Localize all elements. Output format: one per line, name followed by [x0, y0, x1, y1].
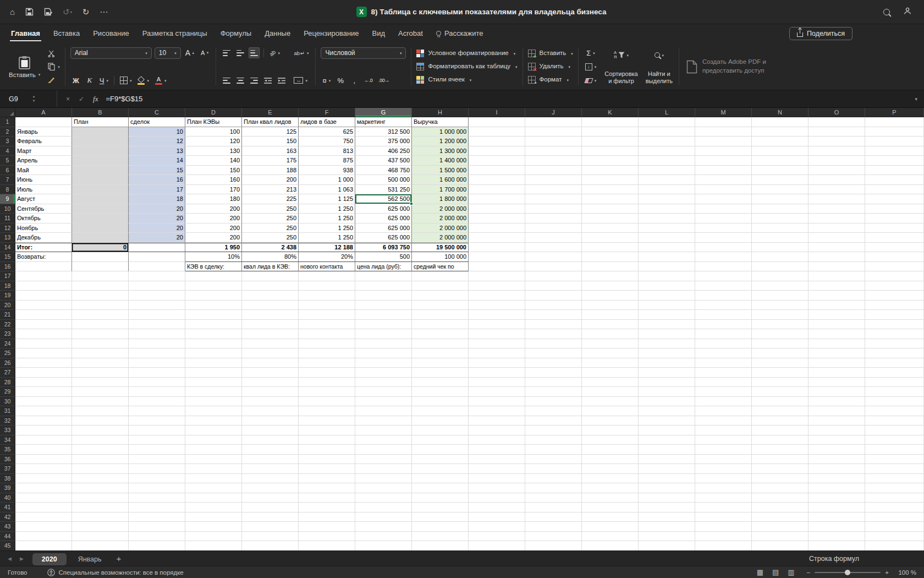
cell-J5[interactable] — [525, 156, 582, 166]
row-header-3[interactable]: 3 — [0, 137, 15, 146]
cell-J9[interactable] — [525, 194, 582, 204]
cell-K39[interactable] — [582, 483, 639, 493]
cell-A6[interactable]: Май — [15, 166, 72, 176]
cell-C31[interactable] — [129, 406, 185, 416]
cell-M9[interactable] — [695, 194, 752, 204]
cell-J29[interactable] — [525, 387, 582, 397]
cell-N33[interactable] — [752, 426, 809, 435]
cell-A38[interactable] — [15, 474, 72, 484]
cell-G21[interactable] — [355, 310, 412, 320]
cell-P26[interactable] — [865, 358, 924, 368]
cell-D2[interactable]: 100 — [185, 127, 242, 137]
zoom-slider-thumb[interactable] — [845, 570, 850, 575]
cell-H33[interactable] — [412, 426, 469, 435]
cell-H27[interactable] — [412, 368, 469, 378]
cell-L43[interactable] — [639, 522, 695, 532]
row-header-38[interactable]: 38 — [0, 474, 15, 484]
cell-G41[interactable] — [355, 503, 412, 512]
cell-G32[interactable] — [355, 416, 412, 426]
add-sheet-button[interactable]: + — [117, 554, 122, 563]
cell-B19[interactable] — [72, 291, 129, 301]
cell-E18[interactable] — [242, 281, 299, 291]
cell-D11[interactable]: 200 — [185, 214, 242, 223]
cell-C16[interactable] — [129, 262, 185, 272]
cell-P21[interactable] — [865, 310, 924, 320]
column-header-C[interactable]: C — [129, 108, 185, 117]
cell-H7[interactable]: 1 600 000 — [412, 175, 469, 185]
cell-E1[interactable]: План квал лидов — [242, 117, 299, 127]
cell-I30[interactable] — [469, 397, 525, 407]
cell-B34[interactable] — [72, 435, 129, 445]
cell-O12[interactable] — [809, 223, 865, 233]
cell-F43[interactable] — [299, 522, 355, 532]
cell-G7[interactable]: 500 000 — [355, 175, 412, 185]
cell-D30[interactable] — [185, 397, 242, 407]
cell-N13[interactable] — [752, 233, 809, 243]
cell-E17[interactable] — [242, 271, 299, 281]
cell-B35[interactable] — [72, 445, 129, 455]
cell-D4[interactable]: 130 — [185, 146, 242, 156]
cell-O15[interactable] — [809, 252, 865, 262]
cell-A11[interactable]: Октябрь — [15, 214, 72, 223]
cell-K41[interactable] — [582, 503, 639, 512]
cell-G3[interactable]: 375 000 — [355, 137, 412, 146]
cell-D19[interactable] — [185, 291, 242, 301]
cell-P45[interactable] — [865, 541, 924, 550]
cell-L7[interactable] — [639, 175, 695, 185]
row-header-6[interactable]: 6 — [0, 166, 15, 176]
cell-L11[interactable] — [639, 214, 695, 223]
cell-O13[interactable] — [809, 233, 865, 243]
cell-O20[interactable] — [809, 301, 865, 310]
cell-K6[interactable] — [582, 166, 639, 176]
cell-N22[interactable] — [752, 320, 809, 330]
cell-I40[interactable] — [469, 493, 525, 503]
cell-E42[interactable] — [242, 512, 299, 522]
row-header-23[interactable]: 23 — [0, 329, 15, 339]
cell-C27[interactable] — [129, 368, 185, 378]
save-as-icon[interactable] — [44, 8, 52, 16]
cell-A30[interactable] — [15, 397, 72, 407]
column-header-G[interactable]: G — [355, 108, 412, 117]
cell-K35[interactable] — [582, 445, 639, 455]
cell-C28[interactable] — [129, 378, 185, 388]
cell-O2[interactable] — [809, 127, 865, 137]
cell-M36[interactable] — [695, 455, 752, 465]
cell-M13[interactable] — [695, 233, 752, 243]
cell-E39[interactable] — [242, 483, 299, 493]
cell-K2[interactable] — [582, 127, 639, 137]
cell-B26[interactable] — [72, 358, 129, 368]
more-commands-button[interactable]: ⋯ — [100, 8, 108, 16]
cell-B36[interactable] — [72, 455, 129, 465]
find-select-button[interactable]: ▾ Найти ивыделить — [645, 47, 674, 86]
cell-E33[interactable] — [242, 426, 299, 435]
cell-C33[interactable] — [129, 426, 185, 435]
cell-N27[interactable] — [752, 368, 809, 378]
row-header-20[interactable]: 20 — [0, 301, 15, 310]
cell-C36[interactable] — [129, 455, 185, 465]
cell-K19[interactable] — [582, 291, 639, 301]
cell-N1[interactable] — [752, 117, 809, 127]
cell-O6[interactable] — [809, 166, 865, 176]
comma-style-button[interactable]: , — [349, 75, 360, 86]
cell-B12[interactable] — [72, 223, 129, 233]
cell-H2[interactable]: 1 000 000 — [412, 127, 469, 137]
cell-L1[interactable] — [639, 117, 695, 127]
row-header-17[interactable]: 17 — [0, 271, 15, 281]
cell-E21[interactable] — [242, 310, 299, 320]
cell-N3[interactable] — [752, 137, 809, 146]
cell-I11[interactable] — [469, 214, 525, 223]
cell-E11[interactable]: 250 — [242, 214, 299, 223]
cell-C1[interactable]: сделок — [129, 117, 185, 127]
cell-P33[interactable] — [865, 426, 924, 435]
cell-H35[interactable] — [412, 445, 469, 455]
cell-L35[interactable] — [639, 445, 695, 455]
cell-O8[interactable] — [809, 185, 865, 195]
cell-N23[interactable] — [752, 329, 809, 339]
cell-H42[interactable] — [412, 512, 469, 522]
cell-C38[interactable] — [129, 474, 185, 484]
cell-B4[interactable] — [72, 146, 129, 156]
ribbon-tab[interactable]: Рисование — [86, 25, 135, 42]
cell-N41[interactable] — [752, 503, 809, 512]
autosum-button[interactable]: Σ▾ — [584, 47, 598, 58]
cell-F37[interactable] — [299, 464, 355, 474]
